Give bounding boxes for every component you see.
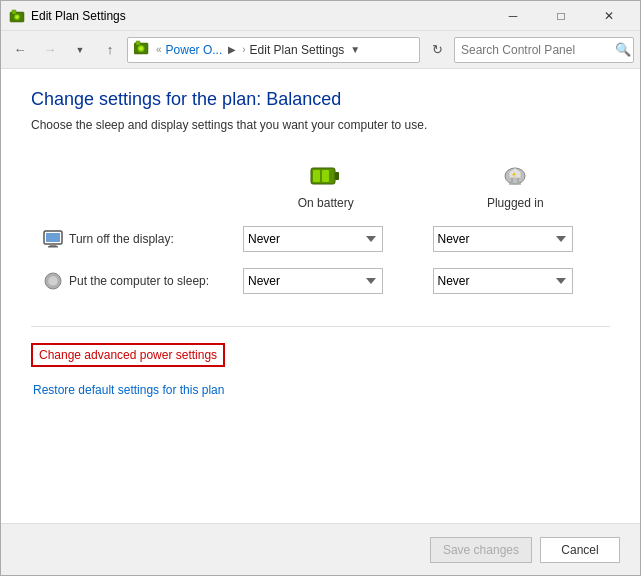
breadcrumb-icon xyxy=(134,40,152,59)
display-pluggedin-dropdown[interactable]: Never 1 minute 2 minutes 5 minutes 10 mi… xyxy=(433,226,573,252)
search-box: 🔍 xyxy=(454,37,634,63)
sleep-battery-dropdown[interactable]: Never 1 minute 2 minutes 5 minutes 10 mi… xyxy=(243,268,383,294)
svg-rect-10 xyxy=(313,170,320,182)
col-label-header xyxy=(31,156,231,218)
display-label: Turn off the display: xyxy=(69,232,174,246)
page-subtitle: Choose the sleep and display settings th… xyxy=(31,118,610,132)
title-bar: Edit Plan Settings ─ □ ✕ xyxy=(1,1,640,31)
forward-button[interactable]: → xyxy=(37,37,63,63)
display-label-cell: Turn off the display: xyxy=(31,218,231,260)
svg-rect-5 xyxy=(136,41,140,45)
breadcrumb-sep-2: › xyxy=(242,44,245,55)
window-title: Edit Plan Settings xyxy=(31,9,490,23)
sleep-pluggedin-dropdown[interactable]: Never 1 minute 2 minutes 5 minutes 10 mi… xyxy=(433,268,573,294)
svg-rect-14 xyxy=(46,233,60,242)
display-pluggedin-cell: Never 1 minute 2 minutes 5 minutes 10 mi… xyxy=(421,218,611,260)
sleep-battery-cell: Never 1 minute 2 minutes 5 minutes 10 mi… xyxy=(231,260,421,302)
breadcrumb-dropdown-btn[interactable]: ▶ xyxy=(226,44,238,55)
display-battery-cell: Never 1 minute 2 minutes 5 minutes 10 mi… xyxy=(231,218,421,260)
svg-rect-11 xyxy=(322,170,329,182)
breadcrumb-sep-1: « xyxy=(156,44,162,55)
table-row: Put the computer to sleep: Never 1 minut… xyxy=(31,260,610,302)
address-bar: ← → ▼ ↑ « Power O... ▶ › Edit Plan Setti… xyxy=(1,31,640,69)
pluggedin-icon xyxy=(433,164,599,194)
search-input[interactable] xyxy=(461,43,611,57)
breadcrumb-bar: « Power O... ▶ › Edit Plan Settings ▼ xyxy=(127,37,420,63)
sleep-icon xyxy=(43,271,63,291)
up-button[interactable]: ↑ xyxy=(97,37,123,63)
svg-rect-1 xyxy=(12,10,16,14)
display-battery-dropdown[interactable]: Never 1 minute 2 minutes 5 minutes 10 mi… xyxy=(243,226,383,252)
table-row: Turn off the display: Never 1 minute 2 m… xyxy=(31,218,610,260)
search-icon: 🔍 xyxy=(615,42,631,57)
breadcrumb-poweropt[interactable]: Power O... xyxy=(166,43,223,57)
content-area: Change settings for the plan: Balanced C… xyxy=(1,69,640,523)
breadcrumb-current-dropdown[interactable]: ▼ xyxy=(348,44,362,55)
save-button[interactable]: Save changes xyxy=(430,537,532,563)
close-button[interactable]: ✕ xyxy=(586,1,632,31)
battery-icon xyxy=(243,164,409,194)
restore-defaults-link[interactable]: Restore default settings for this plan xyxy=(33,383,610,397)
svg-rect-15 xyxy=(48,246,58,248)
cancel-button[interactable]: Cancel xyxy=(540,537,620,563)
separator xyxy=(31,326,610,327)
dropdown-button[interactable]: ▼ xyxy=(67,37,93,63)
pluggedin-header-label: Plugged in xyxy=(487,196,544,210)
battery-header-label: On battery xyxy=(298,196,354,210)
refresh-button[interactable]: ↻ xyxy=(424,37,450,63)
window-controls: ─ □ ✕ xyxy=(490,1,632,31)
col-pluggedin-header: Plugged in xyxy=(421,156,611,218)
back-button[interactable]: ← xyxy=(7,37,33,63)
svg-point-17 xyxy=(48,276,58,286)
settings-table: On battery xyxy=(31,156,610,302)
window-icon xyxy=(9,8,25,24)
bottom-bar: Save changes Cancel xyxy=(1,523,640,575)
svg-point-3 xyxy=(16,15,19,18)
minimize-button[interactable]: ─ xyxy=(490,1,536,31)
sleep-label: Put the computer to sleep: xyxy=(69,274,209,288)
col-battery-header: On battery xyxy=(231,156,421,218)
breadcrumb-current: Edit Plan Settings xyxy=(250,43,345,57)
page-title: Change settings for the plan: Balanced xyxy=(31,89,610,110)
main-window: Edit Plan Settings ─ □ ✕ ← → ▼ ↑ « Power… xyxy=(0,0,641,576)
svg-point-7 xyxy=(139,47,143,51)
maximize-button[interactable]: □ xyxy=(538,1,584,31)
sleep-pluggedin-cell: Never 1 minute 2 minutes 5 minutes 10 mi… xyxy=(421,260,611,302)
display-icon xyxy=(43,229,63,249)
svg-rect-9 xyxy=(335,172,339,180)
sleep-label-cell: Put the computer to sleep: xyxy=(31,260,231,302)
advanced-power-settings-link[interactable]: Change advanced power settings xyxy=(31,343,225,367)
